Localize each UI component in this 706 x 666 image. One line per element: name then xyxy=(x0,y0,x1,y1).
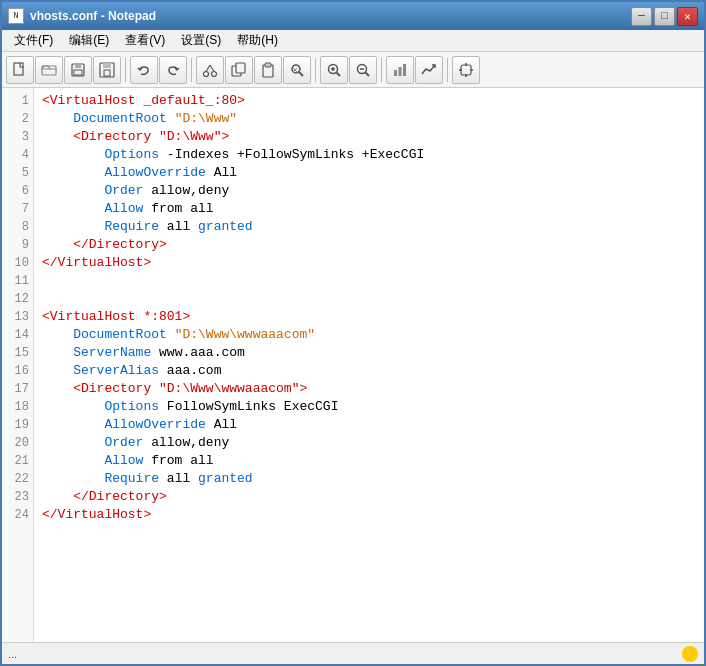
code-line: Options -Indexes +FollowSymLinks +ExecCG… xyxy=(42,146,696,164)
window-controls: ─ □ ✕ xyxy=(631,7,698,26)
svg-rect-4 xyxy=(75,64,81,68)
save-button[interactable] xyxy=(93,56,121,84)
line-number: 16 xyxy=(2,362,33,380)
code-line: <Directory "D:\Www\wwwaaacom"> xyxy=(42,380,696,398)
open-button[interactable] xyxy=(35,56,63,84)
svg-point-9 xyxy=(204,71,209,76)
svg-rect-0 xyxy=(14,63,23,75)
minimize-button[interactable]: ─ xyxy=(631,7,652,26)
line-number: 5 xyxy=(2,164,33,182)
line-number: 20 xyxy=(2,434,33,452)
line-number: 8 xyxy=(2,218,33,236)
window-title: vhosts.conf - Notepad xyxy=(30,9,156,23)
svg-line-11 xyxy=(206,65,210,72)
menu-help[interactable]: 帮助(H) xyxy=(229,30,286,51)
code-line: <VirtualHost *:801> xyxy=(42,308,696,326)
new-button[interactable] xyxy=(6,56,34,84)
title-bar-left: N vhosts.conf - Notepad xyxy=(8,8,156,24)
plugin-button[interactable] xyxy=(452,56,480,84)
svg-rect-7 xyxy=(103,63,111,68)
svg-line-12 xyxy=(210,65,214,72)
line-numbers: 123456789101112131415161718192021222324 xyxy=(2,88,34,642)
toolbar-sep-2 xyxy=(191,58,192,82)
line-number: 6 xyxy=(2,182,33,200)
code-line: DocumentRoot "D:\Www\wwwaaacom" xyxy=(42,326,696,344)
svg-rect-5 xyxy=(74,70,82,75)
line-number: 10 xyxy=(2,254,33,272)
code-line: Options FollowSymLinks ExecCGI xyxy=(42,398,696,416)
menu-view[interactable]: 查看(V) xyxy=(117,30,173,51)
paste-button[interactable] xyxy=(254,56,282,84)
menu-file[interactable]: 文件(F) xyxy=(6,30,61,51)
status-text: ... xyxy=(8,648,682,660)
svg-line-18 xyxy=(299,72,303,76)
code-line: AllowOverride All xyxy=(42,164,696,182)
line-number: 4 xyxy=(2,146,33,164)
status-left-text: ... xyxy=(8,648,17,660)
code-line xyxy=(42,272,696,290)
stats-button[interactable] xyxy=(386,56,414,84)
code-line: Require all granted xyxy=(42,218,696,236)
code-line: AllowOverride All xyxy=(42,416,696,434)
line-number: 3 xyxy=(2,128,33,146)
chart-button[interactable] xyxy=(415,56,443,84)
toolbar-sep-5 xyxy=(447,58,448,82)
code-editor[interactable]: <VirtualHost _default_:80> DocumentRoot … xyxy=(34,88,704,642)
line-number: 7 xyxy=(2,200,33,218)
maximize-button[interactable]: □ xyxy=(654,7,675,26)
menu-settings[interactable]: 设置(S) xyxy=(173,30,229,51)
line-number: 19 xyxy=(2,416,33,434)
cut-button[interactable] xyxy=(196,56,224,84)
toolbar xyxy=(2,52,704,88)
toolbar-sep-4 xyxy=(381,58,382,82)
line-number: 11 xyxy=(2,272,33,290)
svg-line-26 xyxy=(366,72,370,76)
line-number: 9 xyxy=(2,236,33,254)
find-replace-button[interactable] xyxy=(283,56,311,84)
undo-button[interactable] xyxy=(130,56,158,84)
menu-edit[interactable]: 编辑(E) xyxy=(61,30,117,51)
code-line: </VirtualHost> xyxy=(42,506,696,524)
close-button[interactable]: ✕ xyxy=(677,7,698,26)
code-line: Allow from all xyxy=(42,452,696,470)
code-line: </VirtualHost> xyxy=(42,254,696,272)
save-all-button[interactable] xyxy=(64,56,92,84)
svg-rect-30 xyxy=(403,64,406,76)
code-line: Require all granted xyxy=(42,470,696,488)
editor-container: 123456789101112131415161718192021222324 … xyxy=(2,88,704,642)
redo-button[interactable] xyxy=(159,56,187,84)
zoom-in-button[interactable] xyxy=(320,56,348,84)
code-line: DocumentRoot "D:\Www" xyxy=(42,110,696,128)
code-line: <VirtualHost _default_:80> xyxy=(42,92,696,110)
line-number: 1 xyxy=(2,92,33,110)
toolbar-sep-1 xyxy=(125,58,126,82)
copy-button[interactable] xyxy=(225,56,253,84)
code-line: Order allow,deny xyxy=(42,182,696,200)
code-line: </Directory> xyxy=(42,236,696,254)
svg-rect-14 xyxy=(236,63,245,73)
svg-rect-29 xyxy=(399,67,402,76)
title-bar: N vhosts.conf - Notepad ─ □ ✕ xyxy=(2,2,704,30)
code-line: Allow from all xyxy=(42,200,696,218)
svg-rect-31 xyxy=(461,65,471,75)
line-number: 13 xyxy=(2,308,33,326)
line-number: 17 xyxy=(2,380,33,398)
svg-rect-16 xyxy=(265,63,271,67)
code-line: Order allow,deny xyxy=(42,434,696,452)
svg-rect-8 xyxy=(104,70,110,76)
code-line xyxy=(42,290,696,308)
app-icon: N xyxy=(8,8,24,24)
status-bar: ... ⚡ xyxy=(2,642,704,664)
code-line: </Directory> xyxy=(42,488,696,506)
toolbar-sep-3 xyxy=(315,58,316,82)
zoom-out-button[interactable] xyxy=(349,56,377,84)
line-number: 24 xyxy=(2,506,33,524)
line-number: 23 xyxy=(2,488,33,506)
code-line: ServerName www.aaa.com xyxy=(42,344,696,362)
main-window: N vhosts.conf - Notepad ─ □ ✕ 文件(F) 编辑(E… xyxy=(0,0,706,666)
menu-bar: 文件(F) 编辑(E) 查看(V) 设置(S) 帮助(H) xyxy=(2,30,704,52)
line-number: 21 xyxy=(2,452,33,470)
code-line: ServerAlias aaa.com xyxy=(42,362,696,380)
svg-line-22 xyxy=(337,72,341,76)
line-number: 22 xyxy=(2,470,33,488)
